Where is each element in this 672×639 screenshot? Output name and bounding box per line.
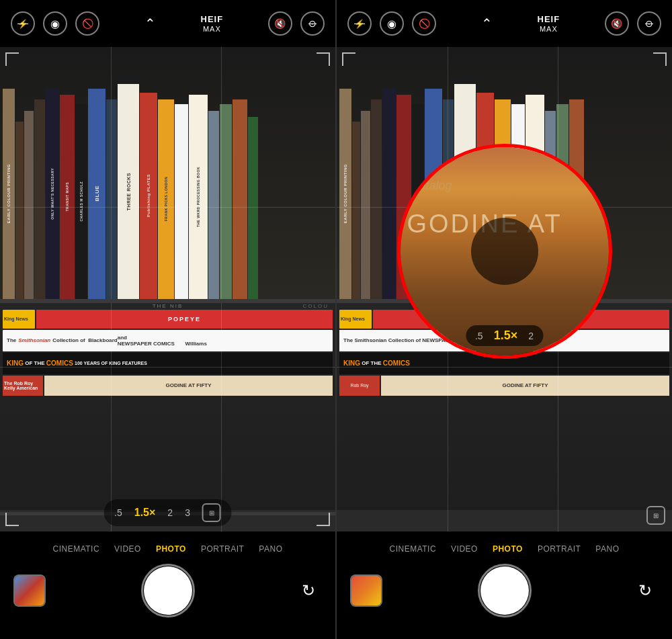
book-spine [15,122,24,299]
book-godine-r: GODINE AT FIFTY [381,376,669,396]
corner-br [317,513,330,526]
zoom-circle-2[interactable]: 2 [528,331,534,341]
shutter-outer-right[interactable] [478,564,532,617]
top-bar-left: ⚡ ◉ 🚫 ⌃ HEIF MAX 🔇 ⊙ [0,0,335,47]
book-spine: TRANSIT MAPS [60,95,75,299]
live-photo-icon[interactable]: ◉ [43,11,67,36]
mode-photo-r[interactable]: PHOTO [493,544,523,554]
mode-video-r[interactable]: VIDEO [451,544,478,554]
shutter-row-right: ↻ [337,564,672,617]
corner-tl-r [342,52,355,66]
flash-icon[interactable]: ⚡ [11,11,35,36]
timer-icon[interactable]: ⊙ [300,11,325,36]
grid-line-rh2 [337,367,672,368]
book-spine-r: EARLY COLOUR PRINTING [339,89,351,299]
corner-bl [5,513,19,526]
top-bar-right-right-icons: 🔇 ⊙ [605,11,661,36]
mode-selector-right: CINEMATIC VIDEO PHOTO PORTRAIT PANO [379,537,630,561]
book-spine [233,99,247,299]
book-frank: FRANK PICKS LONDON [158,99,174,299]
grid-line-v2 [221,47,222,531]
book-spine [248,117,258,299]
zoom-3[interactable]: 3 [185,507,190,518]
zoom-15x[interactable]: 1.5× [134,507,156,519]
book-spine-r5 [382,89,396,299]
live-photo-icon-r[interactable]: ◉ [380,11,404,36]
thumbnail-right[interactable] [350,574,382,607]
book-spine: ONLY WHAT'S NECESSARY [46,89,59,299]
left-panel: ⚡ ◉ 🚫 ⌃ HEIF MAX 🔇 ⊙ [0,0,335,639]
top-shelf: EARLY COLOUR PRINTING ONLY WHAT'S NECESS… [0,47,335,299]
timer-icon-r[interactable]: ⊙ [637,11,661,36]
bottom-shelf: THE NIB COLOU King News POPEYE The Smith… [0,302,335,510]
grid-line-h2 [0,367,335,368]
top-bar-right: ⚡ ◉ 🚫 ⌃ HEIF MAX 🔇 ⊙ [337,0,672,47]
bottom-bar-right: CINEMATIC VIDEO PHOTO PORTRAIT PANO ↻ [337,531,672,639]
book-rod-ray: The Rob Roy Kelly American [3,376,43,396]
mode-pano-r[interactable]: PANO [595,544,619,554]
zoom-circle-15x[interactable]: 1.5× [494,329,518,343]
mute-icon[interactable]: 🔇 [268,11,292,36]
heif-label-r: HEIF MAX [538,14,560,33]
book-spine [106,99,117,299]
corner-tr [317,52,330,66]
book-king-news-r: King News [339,310,372,329]
filter-icon-r[interactable]: 🚫 [412,11,436,36]
book-spine-r2 [352,122,360,299]
book-spine [34,99,45,299]
mode-portrait[interactable]: PORTRAIT [201,544,244,554]
mode-photo[interactable]: PHOTO [156,544,186,554]
thumbnail-left[interactable] [13,574,46,607]
heif-label: HEIF MAX [201,14,224,33]
shutter-row-left: ↻ [0,564,335,617]
book-spine [24,111,34,299]
lens-reflection [471,218,538,285]
mode-pano[interactable]: PANO [259,544,282,554]
book-spine: Publishing PLATES [140,93,157,299]
flash-icon-r[interactable]: ⚡ [347,11,372,36]
viewfinder-right[interactable]: EARLY COLOUR PRINTING BLUE THREE ROCKS [337,47,672,531]
book-spine-r3 [361,111,370,299]
book-spine: EARLY COLOUR PRINTING [3,89,15,299]
grid-line-h1 [0,207,335,208]
top-bar-right-icons: 🔇 ⊙ [268,11,325,36]
chevron-icon-r[interactable]: ⌃ [481,15,493,32]
book-three-rocks: THREE ROCKS [118,84,139,299]
right-panel: ⚡ ◉ 🚫 ⌃ HEIF MAX 🔇 ⊙ [337,0,672,639]
zoom-05[interactable]: .5 [114,507,122,518]
book-spine [208,111,219,299]
corner-tl [5,52,19,66]
mode-video[interactable]: VIDEO [114,544,141,554]
bottom-bar-left: CINEMATIC VIDEO PHOTO PORTRAIT PANO ↻ [0,531,335,639]
filter-icon[interactable]: 🚫 [75,11,99,36]
shutter-button-right[interactable] [480,566,529,615]
flip-button-left[interactable]: ↻ [295,577,322,604]
shutter-button-left[interactable] [144,566,192,615]
top-bar-right-left-icons: ⚡ ◉ 🚫 [347,11,436,36]
zoom-circle: GODINE AT Catalog .5 1.5× 2 [397,144,612,359]
top-bar-left-icons: ⚡ ◉ 🚫 [11,11,99,36]
mode-selector-left: CINEMATIC VIDEO PHOTO PORTRAIT PANO [42,537,294,561]
chevron-icon[interactable]: ⌃ [144,15,156,32]
zoom-bar-left: .5 1.5× 2 3 ⊞ [103,499,232,526]
mode-portrait-r[interactable]: PORTRAIT [538,544,581,554]
mode-cinematic-r[interactable]: CINEMATIC [390,544,437,554]
book-king-news: King News [3,310,35,329]
shelf-divider [0,299,335,303]
corner-tr-r [653,52,667,66]
book-king-comics: KING OF THE COMICS 100 YEARS OF KING FEA… [3,353,333,374]
zoom-expand-btn[interactable]: ⊞ [202,503,221,522]
mute-icon-r[interactable]: 🔇 [605,11,629,36]
zoom-2[interactable]: 2 [167,507,173,518]
book-wkrd: THE WKRD PROCESSING BOOK [189,95,208,299]
viewfinder-left[interactable]: EARLY COLOUR PRINTING ONLY WHAT'S NECESS… [0,47,335,531]
book-rod-ray-r: Rob Roy [339,376,380,396]
shutter-outer-left[interactable] [141,564,195,617]
mode-cinematic[interactable]: CINEMATIC [53,544,100,554]
book-smithsonian: The Smithsonian Collection of Blackboard… [3,330,333,351]
expand-icon-r[interactable]: ⊞ [646,506,665,525]
flip-button-right[interactable]: ↻ [632,577,659,604]
book-popeye: POPEYE [36,310,333,329]
book-spine [175,104,188,299]
zoom-circle-05[interactable]: .5 [475,331,483,341]
